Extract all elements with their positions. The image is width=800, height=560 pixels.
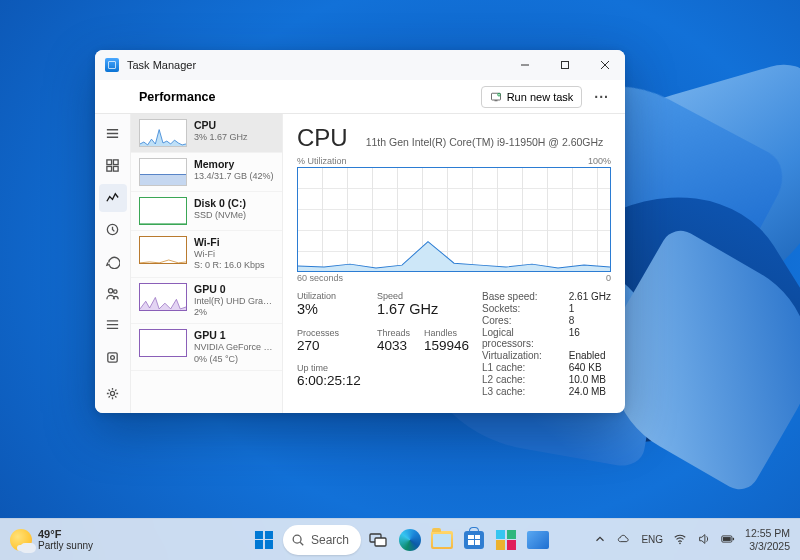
svg-rect-3 bbox=[107, 160, 112, 165]
sidebar-item-memory[interactable]: Memory13.4/31.7 GB (42%) bbox=[131, 153, 282, 192]
search-input[interactable]: Search bbox=[283, 525, 361, 555]
taskbar: 49°FPartly sunny Search ENG 12:55 PM3/3/… bbox=[0, 518, 800, 560]
stat-processes: 270 bbox=[297, 338, 367, 353]
taskbar-app-taskview[interactable] bbox=[363, 525, 393, 555]
svg-rect-18 bbox=[733, 537, 734, 539]
taskbar-app-explorer[interactable] bbox=[427, 525, 457, 555]
sidebar-item-wifi[interactable]: Wi-FiWi-FiS: 0 R: 16.0 Kbps bbox=[131, 231, 282, 278]
taskbar-app-pinned1[interactable] bbox=[491, 525, 521, 555]
stat-speed: 1.67 GHz bbox=[377, 301, 472, 317]
weather-widget[interactable]: 49°FPartly sunny bbox=[10, 528, 93, 551]
task-manager-window: Task Manager Performance Run new task ··… bbox=[95, 50, 625, 413]
stat-handles: 159946 bbox=[424, 338, 469, 353]
run-new-task-button[interactable]: Run new task bbox=[481, 86, 583, 108]
more-options-button[interactable]: ··· bbox=[588, 85, 615, 109]
nav-processes[interactable] bbox=[99, 152, 127, 180]
svg-point-8 bbox=[108, 288, 112, 292]
system-tray: ENG 12:55 PM3/3/2025 bbox=[593, 527, 790, 551]
cpu-model: 11th Gen Intel(R) Core(TM) i9-11950H @ 2… bbox=[366, 136, 604, 148]
resource-sidebar: CPU3% 1.67 GHz Memory13.4/31.7 GB (42%) … bbox=[131, 114, 283, 413]
tray-language[interactable]: ENG bbox=[641, 534, 663, 545]
minimize-button[interactable] bbox=[505, 50, 545, 80]
weather-icon bbox=[10, 529, 32, 551]
nav-performance[interactable] bbox=[99, 184, 127, 212]
tray-clock[interactable]: 12:55 PM3/3/2025 bbox=[745, 527, 790, 551]
task-manager-icon bbox=[105, 58, 119, 72]
maximize-button[interactable] bbox=[545, 50, 585, 80]
svg-rect-10 bbox=[108, 352, 117, 361]
stat-threads: 4033 bbox=[377, 338, 410, 353]
tray-volume-icon[interactable] bbox=[697, 532, 711, 548]
start-button[interactable] bbox=[247, 523, 281, 557]
sidebar-item-gpu0[interactable]: GPU 0Intel(R) UHD Graphics2% bbox=[131, 278, 282, 325]
svg-point-12 bbox=[110, 391, 114, 395]
svg-rect-6 bbox=[113, 167, 118, 172]
stat-uptime: 6:00:25:12 bbox=[297, 373, 472, 388]
taskbar-app-store[interactable] bbox=[459, 525, 489, 555]
nav-startup[interactable] bbox=[99, 248, 127, 276]
nav-app-history[interactable] bbox=[99, 216, 127, 244]
sidebar-item-cpu[interactable]: CPU3% 1.67 GHz bbox=[131, 114, 282, 153]
stats-grid: Utilization 3% Speed 1.67 GHz Base speed… bbox=[297, 291, 611, 397]
cpu-thumb bbox=[139, 119, 187, 147]
nav-settings[interactable] bbox=[99, 379, 127, 407]
taskbar-app-pinned2[interactable] bbox=[523, 525, 553, 555]
stat-utilization: 3% bbox=[297, 301, 367, 317]
hamburger-button[interactable] bbox=[99, 120, 127, 148]
nav-users[interactable] bbox=[99, 279, 127, 307]
nav-services[interactable] bbox=[99, 343, 127, 371]
svg-rect-5 bbox=[107, 167, 112, 172]
cpu-utilization-graph bbox=[297, 167, 611, 272]
search-icon bbox=[291, 533, 305, 547]
wifi-thumb bbox=[139, 236, 187, 264]
memory-thumb bbox=[139, 158, 187, 186]
svg-rect-19 bbox=[723, 537, 731, 541]
svg-point-16 bbox=[679, 542, 681, 544]
gpu0-thumb bbox=[139, 283, 187, 311]
window-controls bbox=[505, 50, 625, 80]
svg-point-9 bbox=[114, 290, 117, 293]
resource-title: CPU bbox=[297, 124, 348, 152]
run-task-icon bbox=[490, 91, 502, 103]
svg-point-11 bbox=[111, 355, 115, 359]
toolbar: Performance Run new task ··· bbox=[95, 80, 625, 114]
window-title: Task Manager bbox=[127, 59, 196, 71]
nav-details[interactable] bbox=[99, 311, 127, 339]
tray-wifi-icon[interactable] bbox=[673, 532, 687, 548]
sidebar-item-disk[interactable]: Disk 0 (C:)SSD (NVMe) bbox=[131, 192, 282, 231]
svg-point-13 bbox=[293, 535, 301, 543]
tray-onedrive-icon[interactable] bbox=[617, 532, 631, 548]
svg-rect-4 bbox=[113, 160, 118, 165]
disk-thumb bbox=[139, 197, 187, 225]
svg-rect-15 bbox=[375, 538, 386, 546]
sidebar-item-gpu1[interactable]: GPU 1NVIDIA GeForce RTX 300% (45 °C) bbox=[131, 324, 282, 371]
main-panel: CPU 11th Gen Intel(R) Core(TM) i9-11950H… bbox=[283, 114, 625, 413]
svg-rect-0 bbox=[562, 62, 569, 69]
close-button[interactable] bbox=[585, 50, 625, 80]
tray-battery-icon[interactable] bbox=[721, 532, 735, 548]
titlebar[interactable]: Task Manager bbox=[95, 50, 625, 80]
page-title: Performance bbox=[139, 90, 215, 104]
taskbar-app-edge[interactable] bbox=[395, 525, 425, 555]
gpu1-thumb bbox=[139, 329, 187, 357]
nav-rail bbox=[95, 114, 131, 413]
tray-chevron-icon[interactable] bbox=[593, 532, 607, 548]
